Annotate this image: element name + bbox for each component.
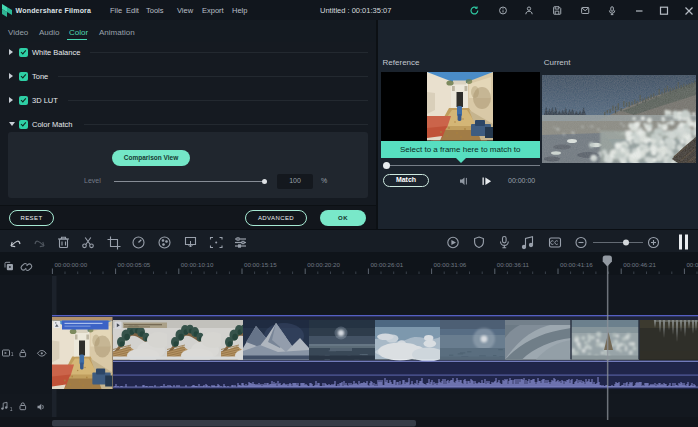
- svg-text:1: 1: [11, 351, 14, 357]
- svg-text:00:00:41:16: 00:00:41:16: [560, 261, 593, 268]
- svg-text:00:00:10:10: 00:00:10:10: [181, 261, 214, 268]
- svg-text:00:00:46:21: 00:00:46:21: [623, 261, 656, 268]
- svg-text:00:00:5: 00:00:5: [686, 261, 698, 268]
- svg-text:00:00:05:05: 00:00:05:05: [118, 261, 151, 268]
- svg-text:00:00:15:15: 00:00:15:15: [244, 261, 277, 268]
- svg-text:00:00:26:01: 00:00:26:01: [370, 261, 403, 268]
- svg-text:00:00:36:11: 00:00:36:11: [497, 261, 530, 268]
- svg-text:1: 1: [10, 406, 13, 412]
- svg-text:00:00:20:20: 00:00:20:20: [307, 261, 340, 268]
- svg-text:00:00:31:06: 00:00:31:06: [434, 261, 467, 268]
- svg-text:00:00:00:00: 00:00:00:00: [54, 261, 87, 268]
